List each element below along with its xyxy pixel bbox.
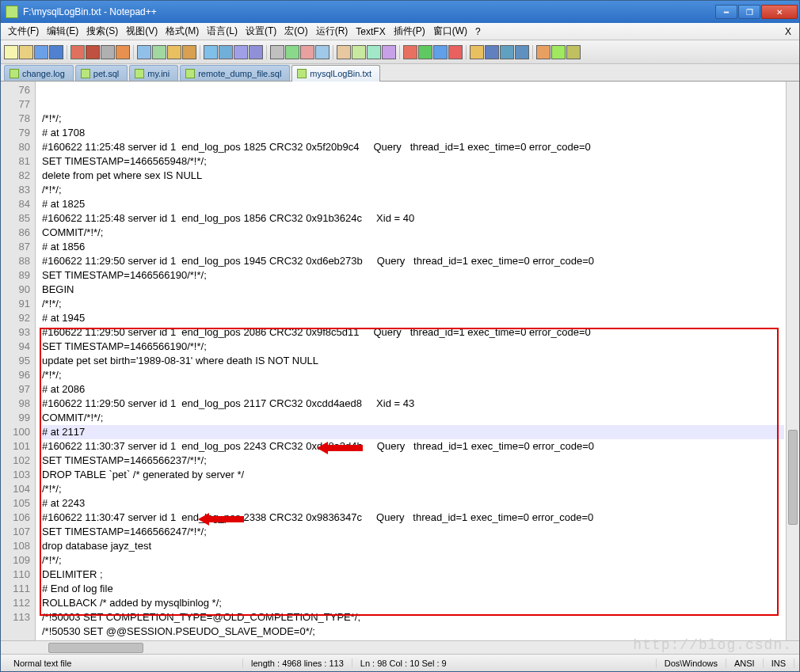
fold-icon[interactable] <box>352 45 366 59</box>
title-bar[interactable]: F:\mysqlLogBin.txt - Notepad++ ━ ❐ ✕ <box>1 1 799 23</box>
eye-icon[interactable] <box>566 45 581 59</box>
code-line: #160622 11:29:50 server id 1 end_log_pos… <box>42 254 784 268</box>
menu-item-11[interactable]: 窗口(W) <box>429 23 471 40</box>
code-line: SET TIMESTAMP=1466566190/*!*/; <box>42 268 784 283</box>
hide-icon[interactable] <box>382 45 396 59</box>
print-icon[interactable] <box>101 45 115 59</box>
line-number: 88 <box>1 254 30 268</box>
menu-item-1[interactable]: 编辑(E) <box>43 23 82 40</box>
window-title: F:\mysqlLogBin.txt - Notepad++ <box>23 6 714 17</box>
macro-icon[interactable] <box>470 45 484 59</box>
vertical-scroll-thumb[interactable] <box>788 430 798 525</box>
code-line: ROLLBACK /* added by mysqlbinlog */; <box>42 596 784 610</box>
bookmark-icon[interactable] <box>536 45 550 59</box>
indent-icon[interactable] <box>315 45 330 59</box>
code-line: #160622 11:25:48 server id 1 end_log_pos… <box>42 211 784 226</box>
menu-item-12[interactable]: ? <box>471 25 485 39</box>
menu-item-8[interactable]: 运行(R) <box>312 23 352 40</box>
minimize-button[interactable]: ━ <box>715 5 737 19</box>
play-multi-icon[interactable] <box>433 45 448 59</box>
tri-left-icon[interactable] <box>485 45 499 59</box>
tri-down-icon[interactable] <box>515 45 529 59</box>
status-mode: INS <box>764 659 794 668</box>
line-number: 82 <box>1 169 30 183</box>
code-line: SET TIMESTAMP=1466566247/*!*/; <box>42 525 784 539</box>
undo-icon[interactable] <box>167 45 181 59</box>
vertical-scrollbar[interactable] <box>786 82 799 640</box>
code-line: #160622 11:29:50 server id 1 end_log_pos… <box>42 325 784 340</box>
redo-icon[interactable] <box>182 45 196 59</box>
tab-remote_dump_file-sql[interactable]: remote_dump_file.sql <box>180 65 290 81</box>
menu-item-5[interactable]: 语言(L) <box>203 23 242 40</box>
tab-label: my.ini <box>147 69 170 78</box>
tab-mysqlLogBin-txt[interactable]: mysqlLogBin.txt <box>291 65 380 82</box>
wrap-icon[interactable] <box>285 45 299 59</box>
line-number: 108 <box>1 539 30 553</box>
menu-close-x[interactable]: X <box>780 26 796 37</box>
menu-bar: 文件(F)编辑(E)搜索(S)视图(V)格式(M)语言(L)设置(T)宏(O)运… <box>1 23 799 40</box>
cut-icon[interactable] <box>116 45 130 59</box>
menu-item-3[interactable]: 视图(V) <box>122 23 162 40</box>
play-icon[interactable] <box>418 45 432 59</box>
tab-change-log[interactable]: change.log <box>4 65 74 81</box>
copy-icon[interactable] <box>137 45 151 59</box>
watermark-text: http://blog.csdn. <box>633 637 792 653</box>
editor: 7677787980818283848586878889909192939495… <box>1 82 799 640</box>
line-number: 97 <box>1 382 30 397</box>
code-line: DROP TABLE `pet` /* generated by server … <box>42 468 784 482</box>
line-number: 85 <box>1 211 30 226</box>
tab-my-ini[interactable]: my.ini <box>129 65 178 81</box>
menu-item-0[interactable]: 文件(F) <box>4 23 43 40</box>
line-number: 111 <box>1 582 30 596</box>
stop-icon[interactable] <box>448 45 463 59</box>
line-number: 80 <box>1 140 30 154</box>
code-line: /*!*/; <box>42 112 784 126</box>
file-icon <box>297 69 307 78</box>
line-number: 109 <box>1 553 30 568</box>
horizontal-scroll-thumb[interactable] <box>48 643 143 653</box>
menu-item-2[interactable]: 搜索(S) <box>82 23 122 40</box>
status-length: length : 4968 lines : 113 <box>243 659 352 668</box>
close-all-icon[interactable] <box>86 45 100 59</box>
zoom-out-icon[interactable] <box>249 45 263 59</box>
menu-item-10[interactable]: 插件(P) <box>390 23 429 40</box>
menu-item-7[interactable]: 宏(O) <box>280 23 311 40</box>
tab-pet-sql[interactable]: pet.sql <box>75 65 128 81</box>
code-line: /*!*/; <box>42 553 784 568</box>
code-line: /*!*/; <box>42 183 784 197</box>
status-encoding: ANSI <box>726 659 764 668</box>
line-number: 79 <box>1 126 30 140</box>
paste-icon[interactable] <box>152 45 166 59</box>
status-file-type: Normal text file <box>6 659 243 668</box>
close-button[interactable]: ✕ <box>761 5 798 19</box>
tri-up-icon[interactable] <box>500 45 514 59</box>
code-line: SET TIMESTAMP=1466566237/*!*/; <box>42 454 784 468</box>
code-line: # at 1856 <box>42 240 784 254</box>
line-number: 105 <box>1 496 30 511</box>
find-icon[interactable] <box>204 45 218 59</box>
line-number: 94 <box>1 340 30 354</box>
save-icon[interactable] <box>34 45 48 59</box>
code-area[interactable]: /*!*/;# at 1708#160622 11:25:48 server i… <box>36 82 786 640</box>
zoom-in-icon[interactable] <box>234 45 248 59</box>
close-icon[interactable] <box>70 45 85 59</box>
new-icon[interactable] <box>4 45 18 59</box>
replace-icon[interactable] <box>219 45 233 59</box>
line-number: 110 <box>1 568 30 582</box>
record-icon[interactable] <box>403 45 417 59</box>
sync-icon[interactable] <box>270 45 284 59</box>
menu-item-4[interactable]: 格式(M) <box>162 23 203 40</box>
code-line: /*!*/; <box>42 368 784 382</box>
save-all-icon[interactable] <box>49 45 63 59</box>
line-number: 103 <box>1 468 30 482</box>
func-icon[interactable] <box>337 45 351 59</box>
spell-icon[interactable] <box>551 45 566 59</box>
menu-item-9[interactable]: TextFX <box>352 25 389 39</box>
line-number-gutter: 7677787980818283848586878889909192939495… <box>1 82 36 640</box>
unfold-icon[interactable] <box>367 45 381 59</box>
open-icon[interactable] <box>19 45 33 59</box>
maximize-button[interactable]: ❐ <box>738 5 760 19</box>
show-all-icon[interactable] <box>300 45 314 59</box>
status-position: Ln : 98 Col : 10 Sel : 9 <box>352 659 657 668</box>
menu-item-6[interactable]: 设置(T) <box>242 23 280 40</box>
